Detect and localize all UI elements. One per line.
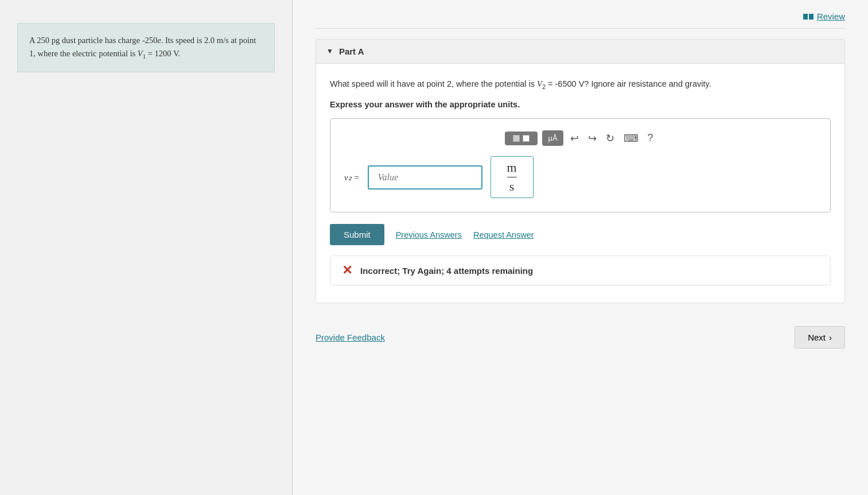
mu-a-button[interactable]: μÅ bbox=[542, 130, 563, 146]
answer-box: μÅ ↩ ↪ ↻ ⌨ ? v₂ = m s bbox=[330, 118, 831, 212]
keyboard-button[interactable]: ⌨ bbox=[621, 131, 641, 146]
unit-denominator: s bbox=[509, 180, 515, 193]
undo-button[interactable]: ↩ bbox=[568, 131, 581, 146]
help-button[interactable]: ? bbox=[645, 131, 656, 145]
provide-feedback-link[interactable]: Provide Feedback bbox=[316, 332, 385, 342]
submit-button[interactable]: Submit bbox=[330, 224, 384, 245]
v2-label: v₂ = bbox=[344, 172, 360, 183]
value-input[interactable] bbox=[368, 165, 482, 190]
templates-button[interactable] bbox=[505, 132, 538, 145]
part-header: ▼ Part A bbox=[316, 40, 844, 64]
express-label: Express your answer with the appropriate… bbox=[330, 100, 831, 109]
bottom-row: Provide Feedback Next › bbox=[316, 326, 845, 349]
part-content: What speed will it have at point 2, wher… bbox=[316, 64, 844, 303]
problem-statement: A 250 pg dust particle has charge ‑250e.… bbox=[17, 23, 275, 72]
part-title: Part A bbox=[339, 47, 364, 56]
next-button[interactable]: Next › bbox=[795, 326, 845, 349]
part-section: ▼ Part A What speed will it have at poin… bbox=[316, 39, 845, 303]
request-answer-link[interactable]: Request Answer bbox=[473, 230, 534, 239]
previous-answers-link[interactable]: Previous Answers bbox=[396, 230, 462, 239]
feedback-box: ✕ Incorrect; Try Again; 4 attempts remai… bbox=[330, 256, 831, 285]
review-label: Review bbox=[817, 11, 845, 21]
right-panel: Review ▼ Part A What speed will it have … bbox=[293, 0, 868, 495]
input-row: v₂ = m s bbox=[344, 156, 816, 198]
review-bar: Review bbox=[316, 11, 845, 29]
next-chevron-icon: › bbox=[829, 332, 832, 342]
redo-button[interactable]: ↪ bbox=[586, 131, 599, 146]
question-text: What speed will it have at point 2, wher… bbox=[330, 78, 831, 92]
collapse-arrow-icon[interactable]: ▼ bbox=[326, 47, 333, 56]
review-icon bbox=[803, 14, 813, 20]
unit-divider bbox=[507, 177, 517, 177]
unit-fraction: m s bbox=[491, 156, 534, 198]
answer-toolbar: μÅ ↩ ↪ ↻ ⌨ ? bbox=[344, 130, 816, 146]
unit-numerator: m bbox=[507, 161, 517, 174]
next-label: Next bbox=[808, 332, 826, 342]
action-row: Submit Previous Answers Request Answer bbox=[330, 224, 831, 245]
review-link[interactable]: Review bbox=[803, 11, 845, 21]
feedback-text: Incorrect; Try Again; 4 attempts remaini… bbox=[360, 266, 533, 276]
left-panel: A 250 pg dust particle has charge ‑250e.… bbox=[0, 0, 293, 495]
reset-button[interactable]: ↻ bbox=[604, 131, 617, 146]
error-icon: ✕ bbox=[342, 264, 352, 277]
